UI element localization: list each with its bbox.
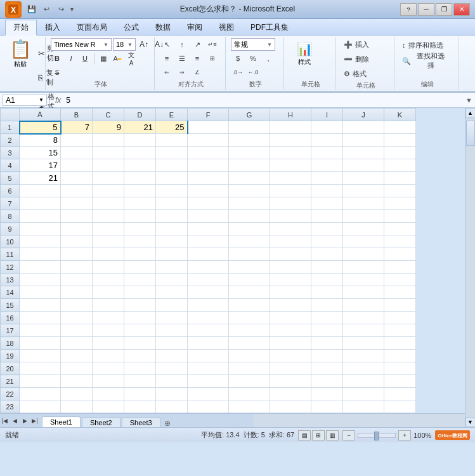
cell-G4[interactable] — [229, 159, 270, 172]
cell-E5[interactable] — [156, 172, 188, 185]
cell-I3[interactable] — [311, 147, 343, 159]
wrap-text-btn[interactable]: ↵≡ — [205, 38, 219, 51]
align-top-center-btn[interactable]: ↑ — [175, 38, 189, 51]
indent-decrease-btn[interactable]: ⇐ — [160, 66, 174, 79]
h-scroll-track[interactable] — [254, 414, 465, 427]
tab-data[interactable]: 数据 — [147, 20, 179, 35]
cell-F1[interactable] — [188, 121, 229, 134]
cell-F5[interactable] — [188, 172, 229, 185]
cell-D5[interactable] — [124, 172, 156, 185]
grid-container[interactable]: A B C D E F G H I J K — [0, 108, 465, 413]
scroll-down-btn[interactable]: ▼ — [465, 417, 476, 427]
sheet-tab-2[interactable]: Sheet2 — [82, 417, 120, 427]
cell-I5[interactable] — [311, 172, 343, 185]
cell-J5[interactable] — [343, 172, 384, 185]
col-header-H[interactable]: H — [270, 109, 311, 121]
insert-sheet-btn[interactable]: ⊕ — [162, 419, 173, 427]
redo-btn[interactable]: ↪ — [55, 3, 67, 16]
cell-G5[interactable] — [229, 172, 270, 185]
page-layout-btn[interactable]: ⊞ — [312, 430, 325, 440]
insert-cell-btn[interactable]: ➕ 插入 — [341, 38, 386, 51]
cell-C3[interactable] — [93, 147, 124, 159]
underline-btn[interactable]: U — [79, 52, 91, 65]
strikethrough-btn[interactable]: S — [51, 66, 63, 79]
col-header-J[interactable]: J — [343, 109, 384, 121]
tab-view[interactable]: 视图 — [211, 20, 242, 35]
cell-G2[interactable] — [229, 134, 270, 147]
zoom-thumb[interactable] — [374, 432, 379, 440]
cell-C5[interactable] — [93, 172, 124, 185]
col-header-F[interactable]: F — [188, 109, 229, 121]
cell-B1[interactable]: 7 — [61, 121, 93, 134]
close-btn[interactable]: ✕ — [453, 3, 470, 16]
cell-F4[interactable] — [188, 159, 229, 172]
paste-btn[interactable]: 📋 粘贴 — [6, 38, 34, 71]
col-header-E[interactable]: E — [156, 109, 188, 121]
cell-C4[interactable] — [93, 159, 124, 172]
cell-I4[interactable] — [311, 159, 343, 172]
cell-K2[interactable] — [384, 134, 416, 147]
cell-E2[interactable] — [156, 134, 188, 147]
tab-prev-btn[interactable]: ◀ — [10, 418, 19, 424]
cell-G3[interactable] — [229, 147, 270, 159]
tab-first-btn[interactable]: |◀ — [0, 418, 9, 424]
office-logo-watermark[interactable]: Office教程网 — [435, 430, 470, 440]
cell-C2[interactable] — [93, 134, 124, 147]
format-cell-btn[interactable]: ⚙ 格式 — [341, 67, 386, 80]
page-break-btn[interactable]: ▥ — [326, 430, 339, 440]
cell-G1[interactable] — [229, 121, 270, 134]
align-top-left-btn[interactable]: ↖ — [160, 38, 174, 51]
bold-btn[interactable]: B — [51, 52, 63, 65]
align-right-btn[interactable]: ≡ — [190, 52, 204, 65]
cell-B4[interactable] — [61, 159, 93, 172]
autosum-btn[interactable]: ↕ 排序和筛选 — [400, 38, 450, 52]
tab-next-btn[interactable]: ▶ — [20, 418, 29, 424]
zoom-out-btn[interactable]: − — [342, 430, 355, 440]
cell-J1[interactable] — [343, 121, 384, 134]
cell-A3[interactable]: 15 — [20, 147, 61, 159]
scroll-track[interactable] — [465, 118, 476, 417]
font-name-selector[interactable]: Times New R ▼ — [51, 38, 112, 51]
currency-btn[interactable]: $ — [231, 52, 245, 65]
cell-H5[interactable] — [270, 172, 311, 185]
cell-H2[interactable] — [270, 134, 311, 147]
cell-J2[interactable] — [343, 134, 384, 147]
cell-D3[interactable] — [124, 147, 156, 159]
formula-expand-btn[interactable]: ▼ — [465, 96, 472, 104]
cell-I2[interactable] — [311, 134, 343, 147]
indent-increase-btn[interactable]: ⇒ — [175, 66, 189, 79]
comma-btn[interactable]: , — [261, 52, 275, 65]
border-btn[interactable]: ▦ — [97, 52, 110, 65]
fill-color-btn[interactable]: A▬ — [111, 52, 124, 65]
increase-font-btn[interactable]: A↑ — [137, 38, 151, 51]
zoom-in-btn[interactable]: + — [398, 430, 411, 440]
undo-btn[interactable]: ↩ — [40, 3, 53, 16]
cell-F2[interactable] — [188, 134, 229, 147]
formula-input[interactable] — [66, 95, 463, 106]
cell-K5[interactable] — [384, 172, 416, 185]
save-quick-btn[interactable]: 💾 — [25, 3, 38, 16]
percent-btn[interactable]: % — [246, 52, 260, 65]
minimize-btn[interactable]: ─ — [418, 3, 434, 16]
cell-K4[interactable] — [384, 159, 416, 172]
cell-A4[interactable]: 17 — [20, 159, 61, 172]
cell-H3[interactable] — [270, 147, 311, 159]
ribbon-toggle-btn[interactable]: ? — [400, 3, 417, 16]
col-header-K[interactable]: K — [384, 109, 416, 121]
tab-home[interactable]: 开始 — [5, 20, 37, 36]
cell-B5[interactable] — [61, 172, 93, 185]
normal-view-btn[interactable]: ▤ — [298, 430, 311, 440]
decrease-decimal-btn[interactable]: ←.0 — [246, 66, 260, 79]
zoom-slider[interactable] — [358, 433, 396, 438]
col-header-C[interactable]: C — [93, 109, 124, 121]
cell-J3[interactable] — [343, 147, 384, 159]
tab-pagelayout[interactable]: 页面布局 — [68, 20, 115, 35]
cell-F3[interactable] — [188, 147, 229, 159]
qa-dropdown[interactable]: ▼ — [69, 6, 75, 13]
scroll-up-btn[interactable]: ▲ — [465, 108, 476, 118]
col-header-D[interactable]: D — [124, 109, 156, 121]
cell-I1[interactable] — [311, 121, 343, 134]
col-header-A[interactable]: A — [20, 109, 61, 121]
cell-E4[interactable] — [156, 159, 188, 172]
cell-B3[interactable] — [61, 147, 93, 159]
